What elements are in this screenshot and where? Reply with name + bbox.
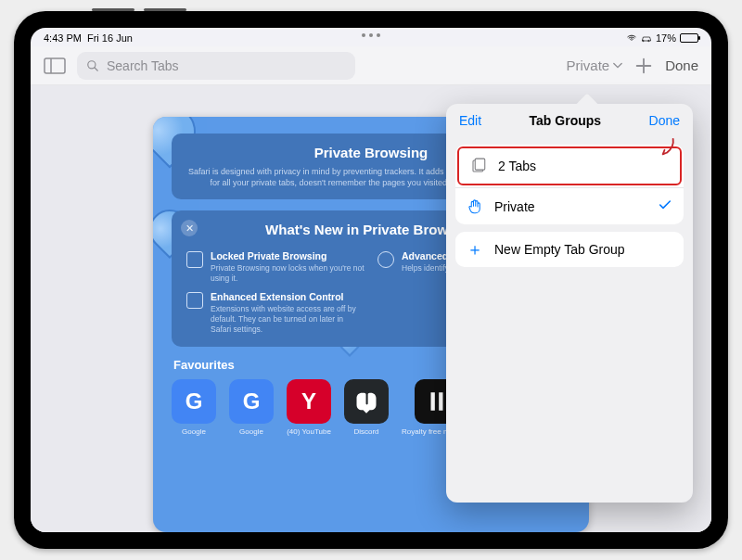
done-button[interactable]: Done [649,113,680,128]
favourite-label: (40) YouTube [287,427,331,436]
chevron-down-icon [613,61,622,70]
svg-rect-7 [439,392,442,411]
favourite-tile [344,379,389,424]
svg-rect-9 [475,159,485,170]
tabgroup-2tabs[interactable]: 2 Tabs [457,146,682,185]
status-date: Fri 16 Jun [87,32,133,44]
feat3-title: Enhanced Extension Control [211,291,365,302]
tab-group-list: 2 Tabs Private [455,145,684,224]
multitask-dots[interactable] [362,33,380,37]
edit-button[interactable]: Edit [459,113,481,128]
favourite-label: Discord [353,427,378,436]
search-placeholder: Search Tabs [107,58,179,73]
svg-line-3 [95,67,98,70]
checkmark-icon [658,197,672,215]
done-button-top[interactable]: Done [665,57,698,73]
favourite-item[interactable]: GGoogle [172,379,216,436]
search-input[interactable]: Search Tabs [77,52,355,80]
favourite-tile: G [229,379,274,424]
favourite-tile: G [172,379,216,424]
battery-pct: 17% [656,32,676,44]
favourite-item[interactable]: Discord [344,379,389,436]
tabgroup-private-label: Private [494,199,535,214]
svg-rect-0 [45,58,65,73]
new-tabgroup-button[interactable]: ＋ New Empty Tab Group [455,232,684,267]
sidebar-toggle-icon[interactable] [44,57,66,75]
status-time: 4:43 PM [44,32,82,44]
favourite-item[interactable]: Y(40) YouTube [287,379,331,436]
favourite-label: Google [239,427,263,436]
carplay-icon [641,33,652,43]
popover-title: Tab Groups [530,113,602,128]
favourite-label: Google [182,427,206,436]
tabgroup-private[interactable]: Private [455,187,684,224]
new-tabgroup-label: New Empty Tab Group [494,242,625,257]
feat3-body: Extensions with website access are off b… [211,304,365,335]
search-icon [86,59,99,72]
new-tab-button[interactable] [633,56,654,76]
tabgroup-label: Private [566,57,609,73]
lock-icon [186,251,203,268]
feature-extension: Enhanced Extension Control Extensions wi… [186,291,365,335]
battery-icon [680,33,698,43]
feature-lock: Locked Private Browsing Private Browsing… [186,250,365,284]
feat1-body: Private Browsing now locks when you're n… [211,263,365,284]
tabgroup-dropdown[interactable]: Private [566,57,622,73]
hand-icon [467,198,483,215]
svg-rect-6 [431,392,435,411]
extension-icon [186,292,203,309]
plus-icon: ＋ [467,241,483,258]
new-tabgroup-section: ＋ New Empty Tab Group [455,232,684,267]
ipad-frame: 4:43 PM Fri 16 Jun 17% Search Tabs Pr [14,11,728,549]
wifi-icon [626,33,637,43]
favourite-item[interactable]: GGoogle [229,379,274,436]
favourite-tile: Y [287,379,331,424]
tab-groups-popover: Edit Tab Groups Done 2 Tabs P [446,104,693,503]
fingerprint-icon [377,251,394,268]
toolbar: Search Tabs Private Done [31,46,711,85]
feat1-title: Locked Private Browsing [211,250,365,261]
status-bar: 4:43 PM Fri 16 Jun 17% [31,28,711,46]
screen: 4:43 PM Fri 16 Jun 17% Search Tabs Pr [31,28,711,532]
tabs-icon [470,158,487,174]
tabgroup-2tabs-label: 2 Tabs [498,159,536,173]
